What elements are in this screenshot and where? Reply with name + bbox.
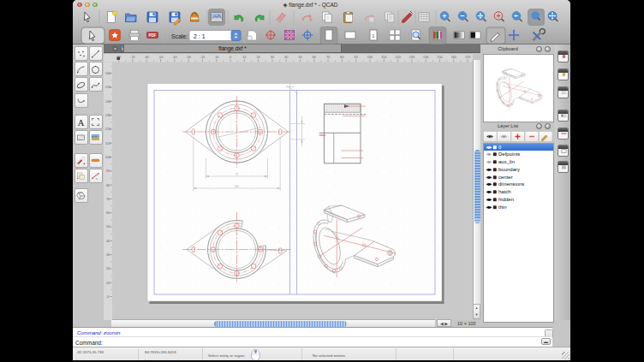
svg-text:110: 110: [381, 56, 386, 59]
svg-text:40: 40: [284, 56, 288, 59]
svg-text:-30: -30: [186, 56, 191, 59]
svg-text:70: 70: [106, 197, 110, 200]
svg-text:-80: -80: [116, 56, 122, 59]
svg-text:50: 50: [106, 225, 110, 228]
svg-text:0: 0: [230, 56, 231, 59]
svg-text:120: 120: [105, 128, 110, 131]
svg-text:100: 100: [235, 185, 240, 188]
svg-text:-70: -70: [130, 56, 135, 59]
svg-text:100: 100: [367, 56, 373, 59]
svg-text:90: 90: [106, 169, 110, 173]
svg-text:Scale:: Scale:: [171, 33, 188, 39]
svg-text:170: 170: [465, 56, 470, 59]
svg-text:140: 140: [105, 99, 110, 103]
svg-text:150: 150: [437, 56, 442, 59]
svg-text:-20: -20: [200, 56, 206, 59]
svg-text:10: 10: [106, 281, 110, 284]
svg-text:150: 150: [105, 86, 110, 89]
svg-text:140: 140: [423, 56, 428, 59]
svg-text:30: 30: [271, 56, 274, 59]
svg-text:-60: -60: [144, 56, 149, 59]
svg-text:60: 60: [313, 56, 316, 59]
svg-text:110: 110: [105, 141, 110, 145]
svg-text:-40: -40: [172, 56, 177, 59]
svg-text:120: 120: [395, 56, 400, 59]
svg-text:160: 160: [451, 56, 456, 59]
svg-text:60: 60: [106, 211, 110, 215]
svg-text:72: 72: [236, 173, 239, 176]
svg-text:A: A: [78, 118, 85, 128]
svg-text:90: 90: [355, 56, 358, 59]
svg-text:-50: -50: [158, 56, 164, 59]
svg-text:130: 130: [409, 56, 414, 59]
svg-text:130: 130: [105, 114, 110, 117]
svg-text:20: 20: [256, 56, 259, 59]
svg-text:40: 40: [106, 239, 110, 242]
svg-text:80: 80: [106, 183, 110, 187]
svg-text:160: 160: [105, 72, 110, 75]
svg-text:2 : 1: 2 : 1: [194, 33, 206, 39]
svg-text:0: 0: [107, 294, 109, 298]
svg-text:100: 100: [105, 155, 110, 158]
svg-text:30: 30: [106, 253, 110, 257]
svg-text:10: 10: [242, 56, 246, 59]
svg-text:-10: -10: [214, 56, 219, 59]
svg-text:20: 20: [106, 267, 110, 270]
svg-text:70: 70: [326, 56, 330, 59]
svg-text:50: 50: [298, 56, 301, 59]
svg-text:80: 80: [340, 56, 343, 59]
